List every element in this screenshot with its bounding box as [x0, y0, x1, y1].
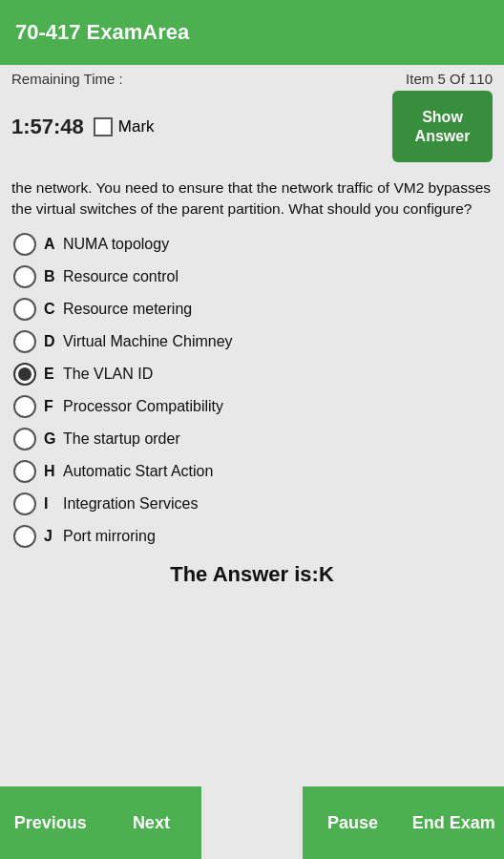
option-letter: B	[44, 268, 63, 285]
item-counter: Item 5 Of 110	[406, 71, 493, 87]
mark-label: Mark	[118, 117, 155, 136]
option-item[interactable]: CResource metering	[8, 293, 496, 325]
answer-display: The Answer is:K	[0, 553, 504, 593]
remaining-label: Remaining Time :	[11, 71, 123, 87]
timer-value: 1:57:48	[11, 115, 84, 139]
radio-f[interactable]	[13, 395, 36, 418]
radio-d[interactable]	[13, 330, 36, 353]
bottom-nav: Previous Next Pause End Exam	[0, 786, 504, 859]
previous-button[interactable]: Previous	[0, 786, 101, 859]
app-title: 70-417 ExamArea	[15, 20, 189, 45]
option-item[interactable]: JPort mirroring	[8, 520, 496, 553]
option-item[interactable]: FProcessor Compatibility	[8, 390, 496, 423]
radio-e[interactable]	[13, 363, 36, 386]
nav-spacer	[201, 786, 303, 859]
radio-b[interactable]	[13, 265, 36, 288]
question-text: the network. You need to ensure that the…	[0, 168, 504, 228]
option-letter: J	[44, 528, 63, 545]
option-item[interactable]: BResource control	[8, 261, 496, 293]
option-letter: A	[44, 236, 63, 253]
radio-g[interactable]	[13, 428, 36, 450]
option-letter: F	[44, 398, 63, 415]
option-letter: E	[44, 366, 63, 383]
option-item[interactable]: GThe startup order	[8, 423, 496, 455]
radio-a[interactable]	[13, 233, 36, 256]
option-text: Processor Compatibility	[63, 398, 491, 415]
option-item[interactable]: ANUMA topology	[8, 228, 496, 261]
option-letter: I	[44, 495, 63, 513]
options-list: ANUMA topologyBResource controlCResource…	[0, 228, 504, 553]
radio-j[interactable]	[13, 525, 36, 548]
option-item[interactable]: HAutomatic Start Action	[8, 455, 496, 488]
option-text: Resource control	[63, 268, 491, 285]
option-text: Port mirroring	[63, 528, 491, 545]
mark-checkbox[interactable]	[94, 117, 113, 136]
radio-c[interactable]	[13, 298, 36, 321]
option-letter: G	[44, 430, 63, 448]
option-text: The VLAN ID	[63, 366, 491, 383]
next-button[interactable]: Next	[101, 786, 202, 859]
timer-left: 1:57:48 Mark	[11, 115, 155, 139]
mark-container[interactable]: Mark	[94, 117, 155, 136]
app-header: 70-417 ExamArea	[0, 0, 504, 65]
option-text: NUMA topology	[63, 236, 491, 253]
radio-i[interactable]	[13, 492, 36, 515]
option-text: Resource metering	[63, 301, 491, 318]
timer-row: 1:57:48 Mark Show Answer	[0, 89, 504, 168]
option-letter: C	[44, 301, 63, 318]
show-answer-button[interactable]: Show Answer	[392, 91, 493, 162]
end-exam-button[interactable]: End Exam	[403, 786, 504, 859]
option-text: Automatic Start Action	[63, 463, 491, 480]
pause-button[interactable]: Pause	[303, 786, 404, 859]
option-text: Integration Services	[63, 495, 491, 513]
option-item[interactable]: IIntegration Services	[8, 488, 496, 520]
option-letter: H	[44, 463, 63, 480]
option-item[interactable]: DVirtual Machine Chimney	[8, 325, 496, 358]
option-item[interactable]: EThe VLAN ID	[8, 358, 496, 390]
option-text: The startup order	[63, 430, 491, 448]
info-bar: Remaining Time : Item 5 Of 110	[0, 65, 504, 89]
radio-h[interactable]	[13, 460, 36, 483]
option-letter: D	[44, 333, 63, 350]
option-text: Virtual Machine Chimney	[63, 333, 491, 350]
